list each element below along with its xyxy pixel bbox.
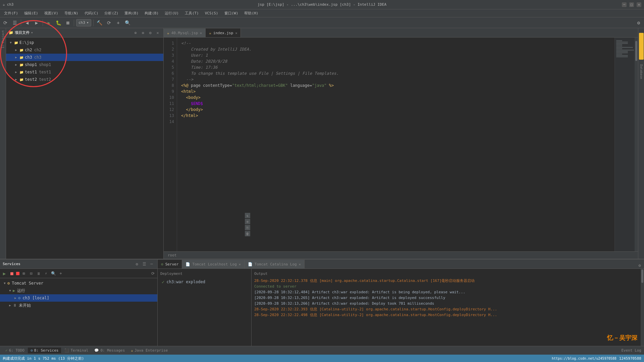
tab-java-enterprise[interactable]: ☕ Java Enterprise <box>128 348 170 353</box>
start-service-button[interactable]: ▶ <box>1 270 7 277</box>
menu-code[interactable]: 代码(C) <box>82 10 101 16</box>
tab-close-button[interactable]: ✕ <box>235 31 237 35</box>
main-toolbar: ⟳ ☰ ◀ ▶ ▶ 🐛 ⏹ ch3 ▾ 🔨 ⟳ + 🔍 ⚙ <box>0 17 644 28</box>
group-button[interactable]: ≣ <box>36 270 42 277</box>
stop-button[interactable]: ⏹ <box>64 19 72 27</box>
database-tab[interactable]: Database <box>639 63 644 80</box>
menu-window[interactable]: 窗口(W) <box>222 10 241 16</box>
filter-button[interactable]: ⚡ <box>43 270 49 277</box>
expand-button[interactable]: ≡ <box>140 30 146 36</box>
event-log-button[interactable]: Event Log <box>619 348 644 353</box>
project-tab[interactable]: 1: Project <box>1 28 5 50</box>
expand-all-button[interactable]: ⊞ <box>21 270 27 277</box>
tree-item-ch2[interactable]: ▶ 📁 ch2 ch2 <box>6 46 163 54</box>
tab-terminal[interactable]: ⬛ Terminal <box>62 348 91 353</box>
editor-scrollbar[interactable] <box>635 38 638 251</box>
close-tab-button[interactable]: ✕ <box>299 262 301 266</box>
tab-messages[interactable]: 💬 0: Messages <box>92 348 127 353</box>
tree-item-running[interactable]: ▼ ▶ 运行 <box>0 287 157 294</box>
sync-button[interactable]: ⟳ <box>1 19 9 27</box>
cursor-position: root <box>168 253 177 257</box>
code-editor[interactable]: <!-- Created by IntelliJ IDEA. User: 1 D… <box>177 38 614 251</box>
forward-button[interactable]: ▶ <box>33 19 41 27</box>
services-minimize-button[interactable]: ─ <box>149 261 155 267</box>
tab-server[interactable]: ⚙ Server <box>158 260 182 268</box>
tree-item-test2[interactable]: ▶ 📁 test2 test2 <box>6 76 163 83</box>
folder-icon: 📁 <box>19 69 24 75</box>
maximize-button[interactable]: □ <box>629 2 634 7</box>
tree-item-ch3[interactable]: ▶ 📁 ch3 ch3 <box>6 54 163 61</box>
menu-help[interactable]: 帮助(H) <box>241 10 261 16</box>
tab-services-bottom[interactable]: ⚙ 8: Services <box>28 348 61 353</box>
title-bar: ☕ ch3 jsp [E:\jsp] - ...\ch3\web\index.j… <box>0 0 644 9</box>
tree-item-ch3-local[interactable]: ▶ ⚙ ch3 [local] <box>0 294 157 302</box>
project-panel: 📁 项目文件 ▾ ⊕ ≡ ⚙ ✕ ▼ 📁 E:\jsp ▶ 📁 <box>6 28 164 259</box>
output-content: Deployment ✓ ch3:war exploded ⇅ ⊕ ⎘ 🗑 Ou… <box>158 269 644 346</box>
tab-index[interactable]: ☕ index.jsp ✕ <box>206 28 241 37</box>
tree-item-not-started[interactable]: ▶ ⏸ 未开始 <box>0 302 157 309</box>
status-right: https://blog.csdn.net/u245970588 1245970… <box>552 356 641 361</box>
close-button[interactable]: ✕ <box>637 2 641 7</box>
tree-item-tomcat-server[interactable]: ▼ ⚙ Tomcat Server <box>0 280 157 287</box>
run-config-label: ch3 <box>78 20 85 25</box>
menu-tools[interactable]: 工具(T) <box>182 10 202 16</box>
output-tab-bar: ⚙ Server 📄 Tomcat Localhost Log ✕ 📄 Tomc… <box>158 259 644 269</box>
expand-arrow-icon: ▶ <box>8 303 12 307</box>
menu-refactor[interactable]: 重构(B) <box>122 10 141 16</box>
services-settings-icon[interactable]: ⚙ <box>134 261 140 267</box>
close-panel-button[interactable]: ✕ <box>155 30 161 36</box>
config-button[interactable]: ☰ <box>11 19 19 27</box>
build-project-button[interactable]: 🔨 <box>96 19 104 27</box>
add-service-button[interactable]: + <box>58 270 64 277</box>
back-button[interactable]: ◀ <box>23 19 31 27</box>
stop-service-button[interactable]: ⏹ <box>9 270 15 277</box>
bottom-tab-strip: ✓ 6: TODO ⚙ 8: Services ⬛ Terminal 💬 0: … <box>0 346 644 355</box>
menu-build[interactable]: 构建(B) <box>142 10 161 16</box>
project-panel-header: 📁 项目文件 ▾ ⊕ ≡ ⚙ ✕ <box>6 28 163 38</box>
tree-item-shop1[interactable]: ▶ 📁 shop1 shop1 <box>6 61 163 68</box>
log-entry-deploying: [2020-09-28 10:32:12,484] Artifact ch3:w… <box>254 289 638 295</box>
add-config-button[interactable]: + <box>114 19 122 27</box>
services-config-icon[interactable]: ☰ <box>141 261 147 267</box>
watermark: 忆－吴宇深 <box>607 334 637 342</box>
tab-todo[interactable]: ✓ 6: TODO <box>3 348 27 353</box>
rebuild-button[interactable]: ⟳ <box>105 19 113 27</box>
gear-icon[interactable]: ⚙ <box>147 30 153 36</box>
tree-item-test1[interactable]: ▶ 📁 test1 test1 <box>6 68 163 76</box>
folder-icon: 📁 <box>19 77 24 82</box>
tab-catalina-log[interactable]: 📄 Tomcat Catalina Log ✕ <box>245 260 305 268</box>
collapse-all-button[interactable]: ⊟ <box>28 270 34 277</box>
locate-button[interactable]: ⊕ <box>132 30 139 36</box>
menu-run[interactable]: 运行(U) <box>162 10 181 16</box>
debug-button[interactable]: 🐛 <box>54 19 62 27</box>
tab-localhost-log[interactable]: 📄 Tomcat Localhost Log ✕ <box>182 260 244 268</box>
output-scrollbar[interactable] <box>641 269 644 346</box>
deployment-label: ch3:war exploded <box>166 280 205 284</box>
menu-view[interactable]: 视图(V) <box>42 10 61 16</box>
tab-mysql[interactable]: ☕ 40.Mysql.jsp ✕ <box>164 28 206 37</box>
output-settings-icon[interactable]: ⚙ <box>637 262 643 268</box>
folder-icon: 📁 <box>13 40 19 45</box>
services-tree: ▼ ⚙ Tomcat Server ▼ ▶ 运行 ▶ ⚙ ch3 [local]… <box>0 278 157 346</box>
search-everywhere-button[interactable]: 🔍 <box>124 19 132 27</box>
server-tab-label: Server <box>165 262 179 266</box>
run-config-dropdown[interactable]: ch3 ▾ <box>76 19 91 26</box>
minimize-button[interactable]: ─ <box>622 2 627 7</box>
bottom-tabs: ✓ 6: TODO ⚙ 8: Services ⬛ Terminal 💬 0: … <box>0 348 173 353</box>
refresh-services-button[interactable]: ⟳ <box>150 270 156 277</box>
search-button[interactable]: 🔍 <box>50 270 56 277</box>
settings-button[interactable]: ⚙ <box>635 19 643 27</box>
tree-item-ejsp[interactable]: ▼ 📁 E:\jsp <box>6 39 163 46</box>
left-panel: 1: Project <box>0 28 6 259</box>
menu-analyze[interactable]: 分析(Z) <box>102 10 121 16</box>
log-entry-startup: 28-Sep-2020 22:32:12.378 信息 [main] org.a… <box>254 278 638 284</box>
run-button[interactable]: ▶ <box>45 19 53 27</box>
close-tab-button[interactable]: ✕ <box>239 262 241 266</box>
menu-navigate[interactable]: 导航(N) <box>62 10 81 16</box>
menu-file[interactable]: 文件(F) <box>1 10 21 16</box>
deploy-ok-icon: ✓ <box>162 279 164 285</box>
tab-close-button[interactable]: ✕ <box>200 31 202 35</box>
menu-edit[interactable]: 编辑(E) <box>21 10 41 16</box>
menu-vcs[interactable]: VCS(S) <box>202 10 221 16</box>
status-bar: 构建成功完成 in 1 s 752 ms (13 分钟之前) https://b… <box>0 355 644 362</box>
